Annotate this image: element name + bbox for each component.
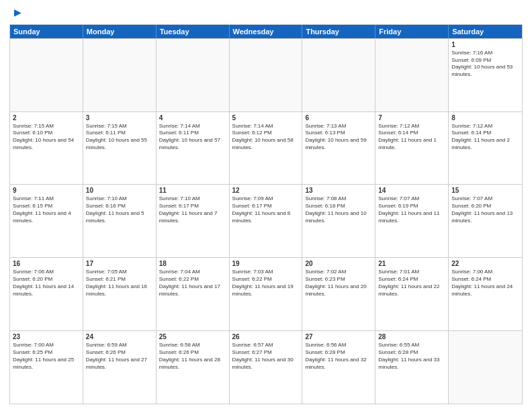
cal-cell: 15Sunrise: 7:07 AM Sunset: 6:20 PM Dayli… <box>449 185 522 257</box>
cal-cell <box>449 331 522 404</box>
day-info: Sunrise: 6:59 AM Sunset: 6:26 PM Dayligh… <box>86 342 153 371</box>
cal-cell: 1Sunrise: 7:16 AM Sunset: 6:09 PM Daylig… <box>449 39 522 111</box>
col-header-sunday: Sunday <box>10 25 83 38</box>
cal-cell: 16Sunrise: 7:06 AM Sunset: 6:20 PM Dayli… <box>10 258 83 330</box>
day-number: 11 <box>159 187 226 194</box>
day-number: 8 <box>451 114 519 122</box>
day-number: 27 <box>305 333 372 340</box>
day-number: 18 <box>159 260 226 267</box>
day-number: 5 <box>232 114 300 122</box>
col-header-wednesday: Wednesday <box>230 25 303 38</box>
day-info: Sunrise: 7:03 AM Sunset: 6:22 PM Dayligh… <box>232 269 300 298</box>
day-info: Sunrise: 7:07 AM Sunset: 6:19 PM Dayligh… <box>378 195 445 224</box>
page: SundayMondayTuesdayWednesdayThursdayFrid… <box>0 0 532 411</box>
day-info: Sunrise: 7:00 AM Sunset: 6:24 PM Dayligh… <box>451 269 519 298</box>
cal-cell: 2Sunrise: 7:15 AM Sunset: 6:10 PM Daylig… <box>10 112 83 185</box>
day-number: 20 <box>305 260 372 267</box>
cal-cell <box>10 39 83 111</box>
cal-cell: 18Sunrise: 7:04 AM Sunset: 6:22 PM Dayli… <box>157 258 230 330</box>
cal-cell: 22Sunrise: 7:00 AM Sunset: 6:24 PM Dayli… <box>449 258 522 330</box>
col-header-thursday: Thursday <box>302 25 375 38</box>
day-info: Sunrise: 7:09 AM Sunset: 6:17 PM Dayligh… <box>232 195 300 224</box>
cal-cell: 8Sunrise: 7:12 AM Sunset: 6:14 PM Daylig… <box>449 112 522 185</box>
day-number: 26 <box>232 333 300 340</box>
day-number: 21 <box>378 260 445 267</box>
cal-cell <box>83 39 157 111</box>
cal-cell: 25Sunrise: 6:58 AM Sunset: 6:26 PM Dayli… <box>157 331 230 404</box>
day-number: 22 <box>451 260 519 267</box>
day-number: 17 <box>86 260 153 267</box>
day-number: 23 <box>13 333 80 340</box>
cal-cell: 14Sunrise: 7:07 AM Sunset: 6:19 PM Dayli… <box>375 185 449 257</box>
cal-cell: 13Sunrise: 7:08 AM Sunset: 6:18 PM Dayli… <box>302 185 375 257</box>
cal-cell: 24Sunrise: 6:59 AM Sunset: 6:26 PM Dayli… <box>83 331 157 404</box>
day-number: 24 <box>86 333 153 340</box>
cal-cell: 20Sunrise: 7:02 AM Sunset: 6:23 PM Dayli… <box>302 258 375 330</box>
cal-cell: 28Sunrise: 6:55 AM Sunset: 6:28 PM Dayli… <box>375 331 449 404</box>
day-number: 9 <box>13 187 80 194</box>
day-info: Sunrise: 7:13 AM Sunset: 6:13 PM Dayligh… <box>305 123 372 152</box>
cal-cell: 4Sunrise: 7:14 AM Sunset: 6:11 PM Daylig… <box>157 112 230 185</box>
day-number: 19 <box>232 260 300 267</box>
day-info: Sunrise: 7:12 AM Sunset: 6:14 PM Dayligh… <box>451 123 519 152</box>
day-number: 14 <box>378 187 445 194</box>
col-header-tuesday: Tuesday <box>157 25 230 38</box>
day-info: Sunrise: 7:04 AM Sunset: 6:22 PM Dayligh… <box>159 269 226 298</box>
day-number: 13 <box>305 187 372 194</box>
day-info: Sunrise: 6:57 AM Sunset: 6:27 PM Dayligh… <box>232 342 300 371</box>
day-info: Sunrise: 6:56 AM Sunset: 6:28 PM Dayligh… <box>305 342 372 371</box>
day-info: Sunrise: 7:15 AM Sunset: 6:11 PM Dayligh… <box>86 123 153 152</box>
col-header-friday: Friday <box>375 25 449 38</box>
day-info: Sunrise: 7:02 AM Sunset: 6:23 PM Dayligh… <box>305 269 372 298</box>
cal-cell: 6Sunrise: 7:13 AM Sunset: 6:13 PM Daylig… <box>302 112 375 185</box>
cal-cell <box>230 39 303 111</box>
calendar: SundayMondayTuesdayWednesdayThursdayFrid… <box>9 24 523 404</box>
cal-cell: 17Sunrise: 7:05 AM Sunset: 6:21 PM Dayli… <box>83 258 157 330</box>
day-number: 10 <box>86 187 153 194</box>
day-info: Sunrise: 7:00 AM Sunset: 6:25 PM Dayligh… <box>13 342 80 371</box>
header <box>9 7 523 20</box>
cal-cell: 26Sunrise: 6:57 AM Sunset: 6:27 PM Dayli… <box>230 331 303 404</box>
day-info: Sunrise: 7:06 AM Sunset: 6:20 PM Dayligh… <box>13 269 80 298</box>
day-info: Sunrise: 7:05 AM Sunset: 6:21 PM Dayligh… <box>86 269 153 298</box>
cal-cell: 7Sunrise: 7:12 AM Sunset: 6:14 PM Daylig… <box>375 112 449 185</box>
cal-cell: 3Sunrise: 7:15 AM Sunset: 6:11 PM Daylig… <box>83 112 157 185</box>
logo-icon <box>10 7 22 19</box>
col-header-monday: Monday <box>83 25 157 38</box>
day-info: Sunrise: 7:08 AM Sunset: 6:18 PM Dayligh… <box>305 195 372 224</box>
day-number: 4 <box>159 114 226 122</box>
cal-week-0: 1Sunrise: 7:16 AM Sunset: 6:09 PM Daylig… <box>10 38 522 111</box>
day-number: 12 <box>232 187 300 194</box>
day-info: Sunrise: 7:14 AM Sunset: 6:11 PM Dayligh… <box>159 123 226 152</box>
day-number: 2 <box>13 114 80 122</box>
cal-week-1: 2Sunrise: 7:15 AM Sunset: 6:10 PM Daylig… <box>10 111 522 185</box>
day-number: 3 <box>86 114 153 122</box>
day-info: Sunrise: 7:10 AM Sunset: 6:17 PM Dayligh… <box>159 195 226 224</box>
cal-week-2: 9Sunrise: 7:11 AM Sunset: 6:15 PM Daylig… <box>10 184 522 257</box>
cal-cell <box>302 39 375 111</box>
day-number: 6 <box>305 114 372 122</box>
day-number: 16 <box>13 260 80 267</box>
svg-marker-0 <box>14 9 21 17</box>
day-info: Sunrise: 7:10 AM Sunset: 6:16 PM Dayligh… <box>86 195 153 224</box>
day-info: Sunrise: 7:11 AM Sunset: 6:15 PM Dayligh… <box>13 195 80 224</box>
day-info: Sunrise: 6:55 AM Sunset: 6:28 PM Dayligh… <box>378 342 445 371</box>
day-info: Sunrise: 7:12 AM Sunset: 6:14 PM Dayligh… <box>378 123 445 152</box>
calendar-header-row: SundayMondayTuesdayWednesdayThursdayFrid… <box>10 25 522 38</box>
cal-cell: 12Sunrise: 7:09 AM Sunset: 6:17 PM Dayli… <box>230 185 303 257</box>
cal-cell: 10Sunrise: 7:10 AM Sunset: 6:16 PM Dayli… <box>83 185 157 257</box>
cal-cell <box>375 39 449 111</box>
calendar-body: 1Sunrise: 7:16 AM Sunset: 6:09 PM Daylig… <box>10 38 522 404</box>
day-info: Sunrise: 6:58 AM Sunset: 6:26 PM Dayligh… <box>159 342 226 371</box>
logo <box>9 7 22 20</box>
cal-week-4: 23Sunrise: 7:00 AM Sunset: 6:25 PM Dayli… <box>10 330 522 404</box>
cal-cell: 23Sunrise: 7:00 AM Sunset: 6:25 PM Dayli… <box>10 331 83 404</box>
day-number: 28 <box>378 333 445 340</box>
day-info: Sunrise: 7:01 AM Sunset: 6:24 PM Dayligh… <box>378 269 445 298</box>
day-info: Sunrise: 7:07 AM Sunset: 6:20 PM Dayligh… <box>451 195 519 224</box>
day-info: Sunrise: 7:16 AM Sunset: 6:09 PM Dayligh… <box>451 50 519 79</box>
cal-week-3: 16Sunrise: 7:06 AM Sunset: 6:20 PM Dayli… <box>10 257 522 330</box>
day-info: Sunrise: 7:14 AM Sunset: 6:12 PM Dayligh… <box>232 123 300 152</box>
cal-cell <box>157 39 230 111</box>
cal-cell: 19Sunrise: 7:03 AM Sunset: 6:22 PM Dayli… <box>230 258 303 330</box>
